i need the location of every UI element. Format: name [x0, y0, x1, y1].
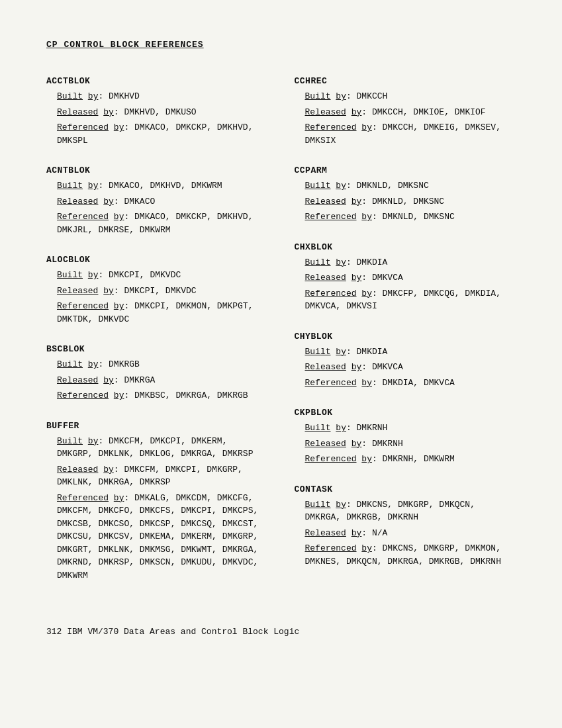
entry-line-builtby: Built by: DMKCFM, DMKCPI, DMKERM, DMKGRP… [57, 435, 268, 461]
label-word: Referenced [305, 378, 357, 388]
entry-name: CCHREC [295, 76, 516, 86]
entry-value: DMKCPI, DMKVDC [124, 286, 196, 296]
entry-line-builtby: Built by: DMKACO, DMKHVD, DMKWRM [57, 179, 268, 193]
entry-line-releasedby: Released by: DMKRNH [305, 437, 516, 451]
label-colon: : [346, 181, 357, 191]
label-colon: : [346, 500, 357, 510]
label-word: by [336, 423, 346, 433]
label-word: by [103, 375, 114, 385]
label-word: Built [305, 181, 331, 191]
entry-line-builtby: Built by: DMKDIA [305, 345, 516, 359]
entry-value: DMKVCA [372, 273, 403, 283]
entry-value: DMKACO [124, 197, 155, 206]
label-word: Referenced [305, 454, 357, 464]
entry-contask: CONTASKBuilt by: DMKCNS, DMKGRP, DMKQCN,… [295, 484, 516, 569]
entry-chyblok: CHYBLOKBuilt by: DMKDIAReleased by: DMKV… [295, 332, 516, 390]
entry-line-builtby: Built by: DMKNLD, DMKSNC [305, 179, 516, 193]
label-word: by [114, 122, 124, 132]
label-colon: : [98, 91, 109, 101]
entry-value: DMKACO, DMKHVD, DMKWRM [109, 181, 222, 191]
entry-line-releasedby: Released by: DMKACO [57, 195, 268, 208]
label-word: Released [57, 197, 98, 206]
main-content: ACCTBLOKBuilt by: DMKHVDReleased by: DMK… [46, 76, 516, 600]
entry-line-builtby: Built by: DMKDIA [305, 256, 516, 269]
label-colon: : [372, 543, 383, 553]
entry-value: DMKVCA [372, 362, 403, 372]
entry-value: DMKRNH, DMKWRM [383, 454, 455, 464]
label-word: Released [57, 465, 98, 475]
entry-line-releasedby: Released by: DMKRGA [57, 374, 268, 387]
label-colon: : [98, 436, 109, 446]
label-word: by [103, 286, 114, 296]
label-word: by [361, 122, 372, 132]
label-word: by [114, 212, 124, 222]
entry-line-referencedby: Referenced by: DMKNLD, DMKSNC [305, 210, 516, 224]
entry-bscblok: BSCBLOKBuilt by: DMKRGBReleased by: DMKR… [46, 344, 268, 402]
label-colon: : [114, 465, 124, 475]
entry-line-builtby: Built by: DMKRNH [305, 422, 516, 435]
label-colon: : [124, 493, 134, 503]
label-word: by [114, 301, 124, 311]
label-colon: : [124, 301, 134, 311]
label-word: by [103, 465, 114, 475]
label-word: by [336, 91, 346, 101]
entry-cchrec: CCHRECBuilt by: DMKCCHReleased by: DMKCC… [295, 76, 516, 147]
entry-value: DMKALG, DMKCDM, DMKCFG, DMKCFM, DMKCFO, … [57, 493, 258, 580]
entry-chxblok: CHXBLOKBuilt by: DMKDIAReleased by: DMKV… [295, 242, 516, 313]
right-column: CCHRECBuilt by: DMKCCHReleased by: DMKCC… [295, 76, 516, 600]
label-colon: : [361, 273, 372, 283]
label-word: Referenced [57, 390, 109, 400]
entry-line-releasedby: Released by: N/A [305, 527, 516, 540]
label-word: Built [57, 270, 83, 280]
label-colon: : [114, 197, 124, 206]
label-colon: : [346, 91, 357, 101]
label-colon: : [372, 378, 383, 388]
label-word: Referenced [305, 212, 357, 222]
entry-name: BUFFER [46, 421, 268, 431]
entry-value: DMKCCH [357, 91, 388, 101]
entry-line-referencedby: Referenced by: DMKRNH, DMKWRM [305, 453, 516, 466]
label-word: Released [305, 107, 346, 117]
label-word: Released [305, 439, 346, 449]
label-colon: : [124, 212, 134, 222]
label-colon: : [114, 107, 124, 117]
label-word: Built [57, 91, 83, 101]
label-colon: : [346, 347, 357, 357]
entry-name: CHXBLOK [295, 242, 516, 252]
entry-line-referencedby: Referenced by: DMKBSC, DMKRGA, DMKRGB [57, 389, 268, 402]
entry-value: DMKRNH [372, 439, 403, 449]
label-word: by [351, 107, 362, 117]
entry-acctblok: ACCTBLOKBuilt by: DMKHVDReleased by: DMK… [46, 76, 268, 147]
label-word: by [88, 436, 99, 446]
label-word: Built [57, 359, 83, 369]
label-colon: : [98, 270, 109, 280]
label-word: Released [57, 107, 98, 117]
label-colon: : [124, 390, 134, 400]
entry-value: DMKDIA [357, 347, 388, 357]
entry-value: DMKNLD, DMKSNC [383, 212, 455, 222]
label-colon: : [372, 122, 383, 132]
label-word: by [336, 500, 346, 510]
label-word: Built [305, 257, 331, 267]
entry-name: CHYBLOK [295, 332, 516, 341]
entry-value: DMKCFM, DMKCPI, DMKERM, DMKGRP, DMKLNK, … [57, 436, 253, 459]
label-colon: : [361, 197, 372, 206]
label-word: by [351, 439, 362, 449]
entry-value: N/A [372, 528, 387, 538]
entry-ckpblok: CKPBLOKBuilt by: DMKRNHReleased by: DMKR… [295, 408, 516, 466]
label-word: Referenced [305, 543, 357, 553]
entry-line-builtby: Built by: DMKCCH [305, 90, 516, 103]
entry-line-referencedby: Referenced by: DMKACO, DMKCKP, DMKHVD, D… [57, 210, 268, 236]
label-word: Released [305, 273, 346, 283]
label-word: by [103, 197, 114, 206]
label-word: Referenced [57, 301, 109, 311]
entry-name: ALOCBLOK [46, 255, 268, 265]
entry-value: DMKRGA [124, 375, 155, 385]
entry-buffer: BUFFERBuilt by: DMKCFM, DMKCPI, DMKERM, … [46, 421, 268, 582]
page-title: CP CONTROL BLOCK REFERENCES [46, 40, 516, 50]
label-word: by [336, 181, 346, 191]
entry-value: DMKNLD, DMKSNC [372, 197, 444, 206]
label-word: Built [57, 181, 83, 191]
entry-name: CCPARM [295, 165, 516, 175]
label-colon: : [372, 212, 383, 222]
